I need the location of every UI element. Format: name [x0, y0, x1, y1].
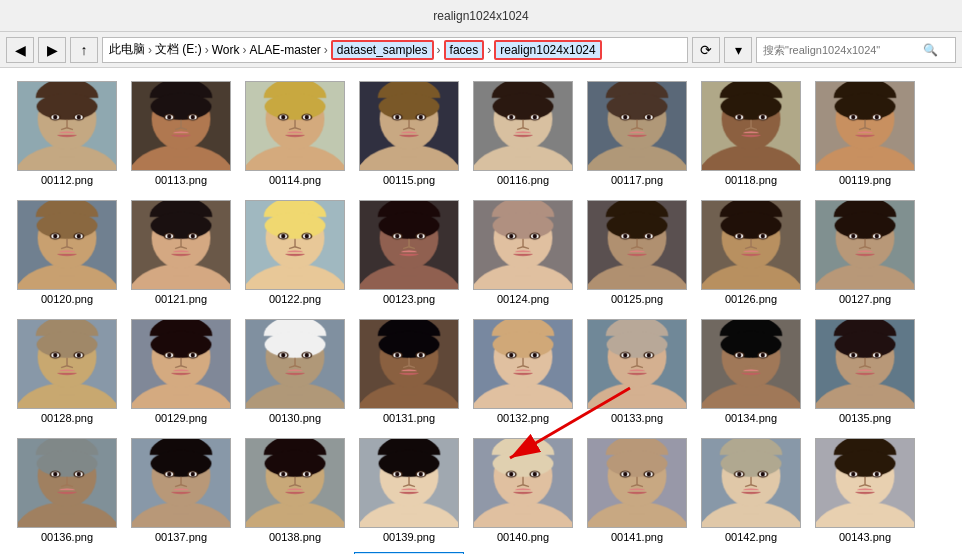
- file-name-label: 00140.png: [497, 531, 549, 543]
- face-canvas: [246, 439, 344, 527]
- file-name-label: 00133.png: [611, 412, 663, 424]
- file-item[interactable]: 00130.png: [240, 314, 350, 429]
- file-thumbnail: [701, 81, 801, 171]
- file-thumbnail: [701, 438, 801, 528]
- file-thumbnail: [815, 81, 915, 171]
- face-canvas: [474, 439, 572, 527]
- face-canvas: [588, 320, 686, 408]
- file-thumbnail: [245, 438, 345, 528]
- file-thumbnail: [17, 200, 117, 290]
- file-name-label: 00128.png: [41, 412, 93, 424]
- file-thumbnail: [815, 319, 915, 409]
- file-item[interactable]: 00129.png: [126, 314, 236, 429]
- face-canvas: [474, 320, 572, 408]
- file-item[interactable]: 00123.png: [354, 195, 464, 310]
- dropdown-button[interactable]: ▾: [724, 37, 752, 63]
- file-thumbnail: [473, 438, 573, 528]
- file-thumbnail: [587, 438, 687, 528]
- file-thumbnail: [815, 438, 915, 528]
- file-name-label: 00142.png: [725, 531, 777, 543]
- face-canvas: [132, 439, 230, 527]
- file-item[interactable]: 00143.png: [810, 433, 920, 548]
- file-item[interactable]: 00141.png: [582, 433, 692, 548]
- face-canvas: [702, 82, 800, 170]
- file-item[interactable]: 00135.png: [810, 314, 920, 429]
- face-canvas: [18, 201, 116, 289]
- file-item[interactable]: 00136.png: [12, 433, 122, 548]
- file-item[interactable]: 00139.png: [354, 433, 464, 548]
- file-name-label: 00143.png: [839, 531, 891, 543]
- file-item[interactable]: 00126.png: [696, 195, 806, 310]
- face-canvas: [588, 201, 686, 289]
- breadcrumb-docs[interactable]: 文档 (E:): [155, 41, 202, 58]
- file-item[interactable]: 00124.png: [468, 195, 578, 310]
- file-name-label: 00117.png: [611, 174, 663, 186]
- file-item[interactable]: 00125.png: [582, 195, 692, 310]
- file-item[interactable]: 00121.png: [126, 195, 236, 310]
- search-box[interactable]: 🔍: [756, 37, 956, 63]
- breadcrumb-dataset[interactable]: dataset_samples: [331, 40, 434, 60]
- file-item[interactable]: 00115.png: [354, 76, 464, 191]
- search-icon[interactable]: 🔍: [923, 43, 938, 57]
- file-item[interactable]: 00120.png: [12, 195, 122, 310]
- file-name-label: 00137.png: [155, 531, 207, 543]
- file-item[interactable]: 00114.png: [240, 76, 350, 191]
- face-canvas: [702, 320, 800, 408]
- file-thumbnail: [359, 200, 459, 290]
- file-name-label: 00114.png: [269, 174, 321, 186]
- file-thumbnail: [245, 319, 345, 409]
- search-input[interactable]: [763, 44, 923, 56]
- file-name-label: 00124.png: [497, 293, 549, 305]
- face-canvas: [246, 201, 344, 289]
- file-item[interactable]: 00112.png: [12, 76, 122, 191]
- file-name-label: 00131.png: [383, 412, 435, 424]
- file-thumbnail: [131, 200, 231, 290]
- file-name-label: 00115.png: [383, 174, 435, 186]
- face-canvas: [18, 439, 116, 527]
- file-thumbnail: [587, 319, 687, 409]
- file-name-label: 00138.png: [269, 531, 321, 543]
- face-canvas: [360, 201, 458, 289]
- breadcrumb-computer[interactable]: 此电脑: [109, 41, 145, 58]
- file-item[interactable]: 00119.png: [810, 76, 920, 191]
- file-grid-container: 00112.png00113.png00114.png00115.png0011…: [0, 68, 962, 554]
- back-button[interactable]: ◀: [6, 37, 34, 63]
- up-button[interactable]: ↑: [70, 37, 98, 63]
- file-item[interactable]: 00128.png: [12, 314, 122, 429]
- file-item[interactable]: 00116.png: [468, 76, 578, 191]
- face-canvas: [816, 439, 914, 527]
- breadcrumb-realign[interactable]: realign1024x1024: [494, 40, 601, 60]
- address-bar: ◀ ▶ ↑ 此电脑 › 文档 (E:) › Work › ALAE-master…: [0, 32, 962, 68]
- file-name-label: 00141.png: [611, 531, 663, 543]
- file-thumbnail: [587, 81, 687, 171]
- file-item[interactable]: 00140.png: [468, 433, 578, 548]
- file-thumbnail: [245, 81, 345, 171]
- file-name-label: 00132.png: [497, 412, 549, 424]
- breadcrumb-work[interactable]: Work: [212, 43, 240, 57]
- face-canvas: [816, 320, 914, 408]
- file-item[interactable]: 00118.png: [696, 76, 806, 191]
- file-thumbnail: [473, 319, 573, 409]
- file-item[interactable]: 00127.png: [810, 195, 920, 310]
- breadcrumb-faces[interactable]: faces: [444, 40, 485, 60]
- file-item[interactable]: 00133.png: [582, 314, 692, 429]
- file-item[interactable]: 00122.png: [240, 195, 350, 310]
- file-name-label: 00122.png: [269, 293, 321, 305]
- file-thumbnail: [473, 81, 573, 171]
- file-thumbnail: [701, 319, 801, 409]
- file-item[interactable]: 00138.png: [240, 433, 350, 548]
- face-canvas: [588, 439, 686, 527]
- face-canvas: [816, 201, 914, 289]
- file-name-label: 00119.png: [839, 174, 891, 186]
- file-item[interactable]: 00137.png: [126, 433, 236, 548]
- forward-button[interactable]: ▶: [38, 37, 66, 63]
- refresh-button[interactable]: ⟳: [692, 37, 720, 63]
- file-item[interactable]: 00142.png: [696, 433, 806, 548]
- file-item[interactable]: 00132.png: [468, 314, 578, 429]
- file-item[interactable]: 00117.png: [582, 76, 692, 191]
- file-name-label: 00112.png: [41, 174, 93, 186]
- breadcrumb-alae[interactable]: ALAE-master: [249, 43, 320, 57]
- file-item[interactable]: 00113.png: [126, 76, 236, 191]
- file-item[interactable]: 00131.png: [354, 314, 464, 429]
- file-item[interactable]: 00134.png: [696, 314, 806, 429]
